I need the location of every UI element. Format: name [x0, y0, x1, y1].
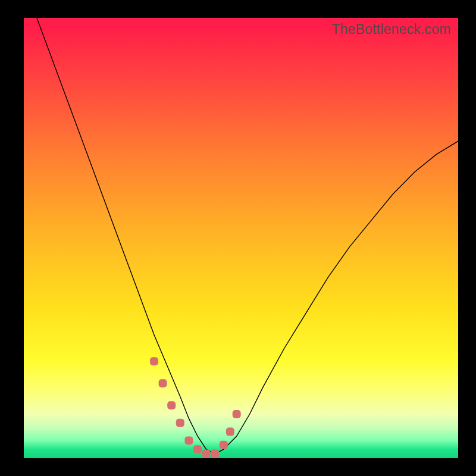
marker-point [184, 436, 193, 444]
marker-point [202, 450, 211, 458]
marker-point [211, 450, 219, 458]
marker-point [233, 410, 241, 418]
marker-point [176, 419, 184, 427]
highlight-markers [150, 357, 241, 458]
plot-area: TheBottleneck.com [24, 18, 458, 458]
marker-point [150, 357, 158, 365]
marker-point [167, 401, 176, 409]
chart-frame: TheBottleneck.com [0, 0, 476, 476]
marker-point [226, 428, 234, 436]
marker-point [159, 379, 167, 387]
bottleneck-curve [37, 18, 458, 454]
marker-point [193, 445, 202, 453]
marker-point [220, 441, 228, 449]
curve-layer [24, 18, 458, 458]
